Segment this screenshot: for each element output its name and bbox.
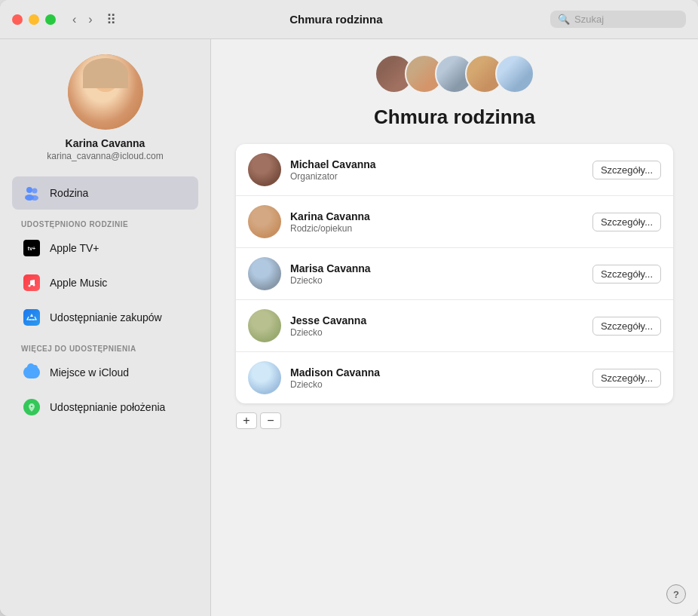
- appstore-icon: [21, 307, 42, 328]
- sidebar: Karina Cavanna karina_cavanna@icloud.com…: [0, 39, 211, 616]
- member-info-2: Karina Cavanna Rodzic/opiekun: [290, 210, 583, 234]
- svg-point-0: [26, 187, 32, 193]
- avatar-face: [68, 54, 143, 130]
- member-name-4: Jesse Cavanna: [290, 314, 583, 326]
- member-avatar-3: [248, 257, 281, 290]
- music-icon: [21, 272, 42, 293]
- avatar: [68, 54, 143, 130]
- sidebar-item-icloud[interactable]: Miejsce w iCloud: [12, 356, 198, 389]
- member-name-2: Karina Cavanna: [290, 210, 583, 222]
- icloud-label: Miejsce w iCloud: [50, 366, 129, 378]
- member-info-4: Jesse Cavanna Dziecko: [290, 314, 583, 338]
- details-button-1[interactable]: Szczegóły...: [592, 161, 661, 179]
- family-icon: [21, 182, 42, 204]
- panel-title: Chmura rodzinna: [374, 106, 535, 129]
- sidebar-item-appletv[interactable]: tv+ Apple TV+: [12, 231, 198, 265]
- remove-member-button[interactable]: −: [260, 412, 281, 429]
- appletv-icon-box: tv+: [23, 240, 40, 256]
- section-more-header: WIĘCEJ DO UDOSTĘPNIENIA: [12, 336, 198, 356]
- appletv-icon: tv+: [21, 238, 42, 259]
- icloud-icon: [21, 362, 42, 383]
- maximize-button[interactable]: [45, 14, 56, 25]
- forward-button[interactable]: ›: [84, 11, 96, 28]
- member-info-1: Michael Cavanna Organizator: [290, 158, 583, 182]
- member-role-3: Dziecko: [290, 275, 583, 286]
- members-list: Michael Cavanna Organizator Szczegóły...…: [236, 144, 673, 403]
- member-avatar-2: [248, 205, 281, 238]
- family-avatars: [375, 54, 534, 93]
- location-icon: [21, 397, 42, 418]
- help-button[interactable]: ?: [666, 584, 686, 604]
- member-name-3: Marisa Cavanna: [290, 262, 583, 274]
- member-role-1: Organizator: [290, 171, 583, 182]
- svg-point-4: [29, 285, 31, 287]
- right-panel: Chmura rodzinna Michael Cavanna Organiza…: [211, 39, 698, 616]
- minimize-button[interactable]: [29, 14, 39, 25]
- appletv-label: Apple TV+: [50, 242, 99, 254]
- purchases-label: Udostępnianie zakupów: [50, 311, 162, 323]
- details-button-5[interactable]: Szczegóły...: [592, 369, 661, 388]
- user-name: Karina Cavanna: [66, 137, 145, 149]
- svg-point-5: [33, 284, 35, 287]
- search-icon: 🔍: [558, 14, 570, 25]
- applemusic-label: Apple Music: [50, 277, 107, 289]
- member-row-2: Karina Cavanna Rodzic/opiekun Szczegóły.…: [236, 196, 673, 248]
- sidebar-item-location[interactable]: Udostępnianie położenia: [12, 391, 198, 424]
- family-avatar-5: [495, 54, 534, 93]
- search-box[interactable]: 🔍: [550, 11, 686, 28]
- details-button-3[interactable]: Szczegóły...: [592, 265, 661, 283]
- sidebar-item-applemusic[interactable]: Apple Music: [12, 266, 198, 299]
- main-window: ‹ › ⠿ Chmura rodzinna 🔍 Karina Cavanna k…: [0, 0, 698, 616]
- close-button[interactable]: [12, 14, 23, 25]
- member-role-2: Rodzic/opiekun: [290, 223, 583, 234]
- back-button[interactable]: ‹: [68, 11, 81, 28]
- member-role-5: Dziecko: [290, 379, 583, 390]
- svg-point-3: [31, 195, 38, 201]
- details-button-4[interactable]: Szczegóły...: [592, 317, 661, 336]
- main-content: Karina Cavanna karina_cavanna@icloud.com…: [0, 39, 698, 616]
- location-label: Udostępnianie położenia: [50, 401, 165, 413]
- add-remove-buttons: + −: [236, 412, 281, 429]
- avatar-section: Karina Cavanna karina_cavanna@icloud.com: [12, 54, 198, 176]
- user-email: karina_cavanna@icloud.com: [47, 151, 163, 161]
- member-name-5: Madison Cavanna: [290, 366, 583, 378]
- svg-point-8: [31, 406, 33, 408]
- nav-buttons: ‹ ›: [68, 11, 97, 28]
- member-row-5: Madison Cavanna Dziecko Szczegóły...: [236, 352, 673, 403]
- add-member-button[interactable]: +: [236, 412, 257, 429]
- titlebar: ‹ › ⠿ Chmura rodzinna 🔍: [0, 0, 698, 39]
- sidebar-item-purchases[interactable]: Udostępnianie zakupów: [12, 301, 198, 334]
- grid-button[interactable]: ⠿: [100, 8, 122, 31]
- family-label: Rodzina: [50, 187, 88, 199]
- member-avatar-5: [248, 361, 281, 394]
- member-row-1: Michael Cavanna Organizator Szczegóły...: [236, 144, 673, 196]
- details-button-2[interactable]: Szczegóły...: [592, 213, 661, 231]
- member-avatar-1: [248, 153, 281, 186]
- member-role-4: Dziecko: [290, 327, 583, 338]
- member-info-3: Marisa Cavanna Dziecko: [290, 262, 583, 286]
- member-name-1: Michael Cavanna: [290, 158, 583, 170]
- section-shared-header: UDOSTĘPNIONO RODZINIE: [12, 211, 198, 231]
- search-input[interactable]: [574, 14, 672, 25]
- sidebar-item-family[interactable]: Rodzina: [12, 176, 198, 210]
- member-row-4: Jesse Cavanna Dziecko Szczegóły...: [236, 300, 673, 352]
- help-area: ?: [666, 584, 686, 604]
- svg-point-1: [32, 188, 38, 194]
- window-controls: [12, 14, 56, 25]
- member-row-3: Marisa Cavanna Dziecko Szczegóły...: [236, 248, 673, 300]
- member-avatar-4: [248, 309, 281, 342]
- member-info-5: Madison Cavanna Dziecko: [290, 366, 583, 390]
- window-title: Chmura rodzinna: [122, 13, 550, 26]
